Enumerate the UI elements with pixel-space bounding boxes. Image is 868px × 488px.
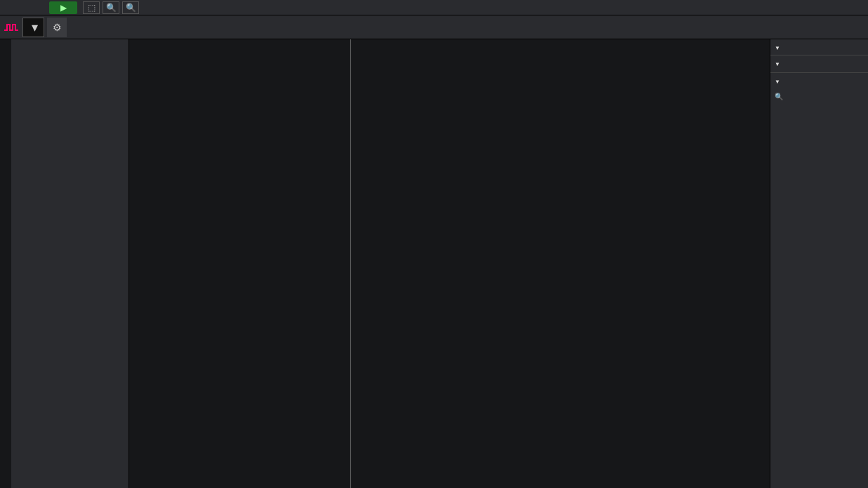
measure-header[interactable] [770,39,868,55]
logo-icon [3,20,20,34]
measure-section [770,39,868,55]
top-toolbar: ⬚ 🔍 🔍 [0,0,868,15]
right-panel [770,39,868,488]
results-search [770,88,868,104]
play-icon [60,3,67,13]
channel-color-strip [0,39,11,488]
chevron-down-icon [29,20,38,35]
triangle-icon [775,76,780,86]
results-header[interactable] [770,73,868,88]
tool-select-button[interactable]: ⬚ [83,1,100,14]
channel-sidebar [11,39,129,488]
search-input[interactable] [786,92,868,100]
tool-zoom-in-button[interactable]: 🔍 [103,1,119,14]
time-ruler[interactable] [67,15,868,39]
triangle-icon [775,42,780,52]
search-icon [775,91,783,101]
results-section [770,73,868,104]
tool-zoom-out-button[interactable]: 🔍 [122,1,139,14]
analyzer-section [770,55,868,73]
analyzer-header[interactable] [770,55,868,71]
gear-icon [53,22,62,33]
device-selector[interactable] [22,18,44,37]
app-logo [0,20,22,34]
device-row [0,15,868,39]
triangle-icon [775,58,780,68]
run-button[interactable] [49,1,77,14]
waveform-area[interactable] [129,39,770,488]
device-settings-button[interactable] [47,18,67,37]
time-zero-marker [350,39,351,488]
